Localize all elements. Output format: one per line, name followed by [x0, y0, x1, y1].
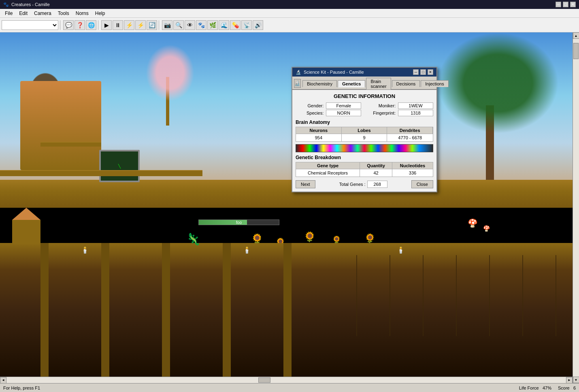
genetic-info-title: GENETIC INFORMATION [296, 93, 433, 99]
cell-quantity: 42 [360, 169, 392, 177]
plant-button[interactable]: 🌿 [207, 20, 218, 30]
dialog-maximize-button[interactable]: □ [420, 69, 426, 75]
sound-button[interactable]: 🔊 [253, 20, 263, 30]
window-titlebar: 🐾 Creatures - Camille ─ □ ✕ [0, 0, 579, 9]
menu-bar: File Edit Camera Tools Norns Help [0, 9, 579, 18]
menu-edit[interactable]: Edit [16, 10, 31, 17]
computer-screen: ╲ [99, 150, 140, 182]
vertical-scrollbar[interactable]: ▲ ▼ [573, 32, 579, 383]
radar-button[interactable]: 📡 [241, 20, 252, 30]
toolbar: 💬 ❓ 🌐 ▶ ⏸ ⚡ ⚡ 🔄 📷 🔍 👁 🐾 🌿 🌊 💊 📡 🔊 [0, 18, 579, 32]
close-button[interactable]: Close [411, 180, 433, 188]
progress-bar: foo [198, 219, 279, 225]
table-header: Gene type Quantity Nucleotides [296, 162, 433, 169]
menu-tools[interactable]: Tools [55, 10, 72, 17]
status-right: Life Force 47% Score 6 [519, 386, 576, 390]
life-force-value: 47% [543, 386, 551, 390]
info-grid: Gender: Female Moniker: 1WEW Species: NO… [296, 102, 433, 116]
mushrooms: 🍄 [468, 218, 478, 228]
horizontal-scrollbar[interactable]: ◄ ► [0, 377, 573, 383]
scroll-left-button[interactable]: ◄ [0, 377, 6, 383]
dialog-title: Science Kit - Paused - Camille [304, 70, 364, 75]
menu-help[interactable]: Help [92, 10, 109, 17]
table-row: Chemical Receptors 42 336 [296, 169, 433, 177]
total-genes-value: 268 [367, 181, 387, 188]
blossom-tree [146, 45, 194, 126]
scroll-down-button[interactable]: ▼ [573, 377, 579, 383]
moniker-value: 1WEW [398, 102, 433, 109]
camera-button[interactable]: 📷 [162, 20, 172, 30]
inject-button[interactable]: 💊 [230, 20, 241, 30]
brain-value-lobes: 9 [342, 134, 387, 141]
tab-icon[interactable]: 🔬 [294, 79, 301, 88]
maximize-button[interactable]: □ [563, 2, 568, 7]
menu-camera[interactable]: Camera [31, 10, 55, 17]
fingerprint-label: Fingerprint: [362, 111, 397, 115]
scroll-thumb-h[interactable] [258, 377, 270, 383]
tab-injections[interactable]: Injections [421, 80, 448, 87]
zoom-button[interactable]: 🔍 [173, 20, 184, 30]
gender-label: Gender: [296, 103, 325, 108]
breakdown-title: Genetic Breakdown [296, 155, 433, 160]
speech-button[interactable]: 💬 [63, 20, 74, 30]
dialog-close-button[interactable]: ✕ [428, 69, 433, 75]
dna-visualization [296, 144, 433, 152]
eye-button[interactable]: 👁 [185, 20, 195, 30]
tab-biochemistry[interactable]: Biochemistry [302, 80, 337, 87]
scroll-track-h[interactable] [6, 377, 566, 383]
next-button[interactable]: Next [296, 180, 315, 188]
scroll-thumb-v[interactable] [573, 43, 579, 59]
creature-selector[interactable] [2, 20, 58, 30]
brain-grid: Neurons Lobes Dendrites 954 9 4770 - 667… [296, 127, 433, 142]
col-gene-type: Gene type [296, 162, 360, 169]
toolbar-separator-2 [98, 20, 100, 30]
help-button[interactable]: ❓ [75, 20, 85, 30]
creature-button[interactable]: 🐾 [196, 20, 206, 30]
dialog-minimize-button[interactable]: ─ [413, 69, 419, 75]
mushroom-2: 🍄 [483, 225, 490, 232]
pause-button[interactable]: ⏸ [113, 20, 123, 30]
menu-file[interactable]: File [2, 10, 16, 17]
scroll-right-button[interactable]: ► [566, 377, 573, 383]
life-force-label: Life Force [519, 386, 539, 390]
ground-platform [0, 180, 579, 208]
refresh-button[interactable]: 🔄 [147, 20, 157, 30]
dialog-titlebar: 🔬 Science Kit - Paused - Camille ─ □ ✕ [292, 68, 436, 77]
brain-header-lobes: Lobes [342, 127, 387, 134]
menu-norns[interactable]: Norns [72, 10, 92, 17]
toolbar-separator-3 [159, 20, 160, 30]
lamp-right: 🕯️ [397, 246, 405, 254]
fast-button[interactable]: ⚡ [124, 20, 134, 30]
faster-button[interactable]: ⚡ [135, 20, 146, 30]
progress-bar-container: foo [198, 219, 279, 225]
scroll-track-v[interactable] [573, 39, 579, 377]
col-nucleotides: Nucleotides [392, 162, 433, 169]
total-genes-label: Total Genes : [339, 182, 366, 187]
close-button[interactable]: ✕ [570, 2, 576, 7]
play-button[interactable]: ▶ [101, 20, 112, 30]
lamp-left: 🕯️ [81, 246, 89, 254]
dialog-content: GENETIC INFORMATION Gender: Female Monik… [292, 90, 436, 192]
game-area[interactable]: ╲ 🌻 🌻 🌻 🌻 🌻 🕯️ 🕯️ 🕯️ 🦎 🍄 🍄 [0, 32, 579, 383]
brain-header-neurons: Neurons [296, 127, 342, 134]
gender-value: Female [326, 102, 361, 109]
minimize-button[interactable]: ─ [556, 2, 561, 7]
dialog-footer: Next Total Genes : 268 Close [296, 180, 433, 188]
footer-center: Total Genes : 268 [339, 181, 387, 188]
fingerprint-value: 1318 [398, 110, 433, 116]
small-house [12, 208, 40, 244]
dialog-titlebar-controls: ─ □ ✕ [413, 69, 433, 75]
water-button[interactable]: 🌊 [219, 20, 229, 30]
scroll-up-button[interactable]: ▲ [573, 32, 579, 39]
toolbar-separator-1 [60, 20, 62, 30]
score-display: Score 6 [558, 386, 576, 390]
world-button[interactable]: 🌐 [86, 20, 96, 30]
titlebar-controls: ─ □ ✕ [556, 2, 576, 7]
tab-decisions[interactable]: Decisions [392, 80, 420, 87]
window-title: Creatures - Camille [11, 2, 50, 7]
dialog-icon: 🔬 [296, 70, 301, 75]
tab-brain-scanner[interactable]: Brain scanner [366, 78, 391, 89]
cell-nucleotides: 336 [392, 169, 433, 177]
window-icon: 🐾 [3, 2, 9, 7]
tab-genetics[interactable]: Genetics [338, 80, 365, 87]
